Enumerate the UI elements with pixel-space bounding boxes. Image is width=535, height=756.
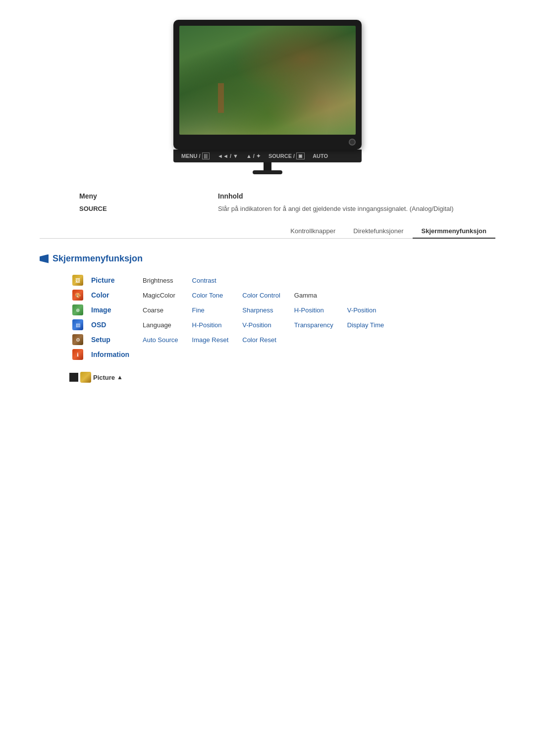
volume-nav-button[interactable]: ◄◄ / ▼ xyxy=(217,153,238,159)
source-button[interactable]: SOURCE / ▣ xyxy=(268,152,305,159)
skjerm-section: Skjermmenyfunksjon 🖼 Picture Brightness … xyxy=(40,253,495,362)
table-header-menu: Meny xyxy=(40,189,119,203)
magiccolor-link[interactable]: MagicColor xyxy=(143,292,175,299)
source-icon: ▣ xyxy=(296,152,305,159)
skjerm-title-text: Skjermmenyfunksjon xyxy=(53,253,143,264)
picture-icon: 🖼 xyxy=(72,275,83,286)
table-cell-menu: SOURCE xyxy=(40,203,119,214)
image-icon: ⊕ xyxy=(72,304,83,315)
transparency-link[interactable]: Transparency xyxy=(294,321,333,329)
auto-button[interactable]: AUTO xyxy=(313,153,328,159)
picture-breadcrumb: Picture ▲ xyxy=(69,372,495,383)
osd-icon: ▤ xyxy=(72,319,83,330)
menu-row-information: ℹ Information xyxy=(69,347,391,362)
menu-row-image: ⊕ Image Coarse Fine Sharpness H-Position xyxy=(69,302,391,317)
skjerm-title-icon xyxy=(40,254,49,263)
breadcrumb-nav-icon xyxy=(69,373,78,382)
breadcrumb-picture-icon xyxy=(80,372,91,383)
monitor-outer xyxy=(173,20,362,150)
colortone-link[interactable]: Color Tone xyxy=(192,292,223,299)
monitor-base xyxy=(253,170,282,174)
hposition-osd-link[interactable]: H-Position xyxy=(192,321,222,329)
monitor-stand-neck xyxy=(264,162,271,170)
image-label[interactable]: Image xyxy=(91,306,111,314)
contrast-link[interactable]: Contrast xyxy=(192,277,216,284)
information-icon: ℹ xyxy=(72,349,83,360)
displaytime-link[interactable]: Display Time xyxy=(347,321,384,329)
brightness-link[interactable]: Brightness xyxy=(143,277,173,284)
vposition-osd-link[interactable]: V-Position xyxy=(242,321,271,329)
menu-label: MENU / xyxy=(181,153,201,159)
color-label[interactable]: Color xyxy=(91,291,109,299)
imagereset-link[interactable]: Image Reset xyxy=(192,336,229,344)
breadcrumb-picture-label: Picture xyxy=(93,374,115,381)
setup-icon: ⚙ xyxy=(72,334,83,345)
gamma-link[interactable]: Gamma xyxy=(294,292,317,299)
page-wrapper: MENU / ||| ◄◄ / ▼ ▲ / ✦ SOURCE / ▣ AUTO … xyxy=(0,0,535,403)
menu-icon: ||| xyxy=(202,152,210,159)
menu-button[interactable]: MENU / ||| xyxy=(181,152,210,159)
monitor-screen xyxy=(179,26,356,135)
color-icon: 🎨 xyxy=(72,290,83,301)
monitor-section: MENU / ||| ◄◄ / ▼ ▲ / ✦ SOURCE / ▣ AUTO xyxy=(40,20,495,174)
skjerm-title: Skjermmenyfunksjon xyxy=(40,253,495,264)
tab-kontrollknapper[interactable]: Kontrollknapper xyxy=(281,224,344,239)
information-label[interactable]: Information xyxy=(91,351,129,358)
monitor-power-button[interactable] xyxy=(349,139,356,146)
source-table-section: Meny Innhold SOURCE Slår på indikatoren … xyxy=(40,189,495,214)
menu-row-osd: ▤ OSD Language H-Position V-Position Tra… xyxy=(69,317,391,332)
colorreset-link[interactable]: Color Reset xyxy=(242,336,276,344)
source-info-table: Meny Innhold SOURCE Slår på indikatoren … xyxy=(40,189,495,214)
colorcontrol-link[interactable]: Color Control xyxy=(242,292,280,299)
setup-label[interactable]: Setup xyxy=(91,336,110,344)
menu-row-color: 🎨 Color MagicColor Color Tone Color Cont… xyxy=(69,288,391,302)
menu-row-setup: ⚙ Setup Auto Source Image Reset Color Re… xyxy=(69,332,391,347)
table-row: SOURCE Slår på indikatoren for å angi de… xyxy=(40,203,495,214)
hposition-image-link[interactable]: H-Position xyxy=(294,306,324,314)
tab-navigation: Kontrollknapper Direktefunksjoner Skjerm… xyxy=(40,224,495,239)
skjerm-menu-table: 🖼 Picture Brightness Contrast 🎨 Color xyxy=(69,273,391,362)
vposition-image-link[interactable]: V-Position xyxy=(347,306,376,314)
picture-label[interactable]: Picture xyxy=(91,276,114,284)
coarse-link[interactable]: Coarse xyxy=(143,306,163,314)
osd-label[interactable]: OSD xyxy=(91,321,106,329)
menu-row-picture: 🖼 Picture Brightness Contrast xyxy=(69,273,391,288)
language-link[interactable]: Language xyxy=(143,321,171,329)
tab-skjermmenyfunksjon[interactable]: Skjermmenyfunksjon xyxy=(413,224,496,239)
table-cell-content: Slår på indikatoren for å angi det gjeld… xyxy=(119,203,495,214)
sharpness-link[interactable]: Sharpness xyxy=(242,306,273,314)
breadcrumb-arrow: ▲ xyxy=(117,374,123,381)
monitor-control-bar: MENU / ||| ◄◄ / ▼ ▲ / ✦ SOURCE / ▣ AUTO xyxy=(173,150,362,162)
fine-link[interactable]: Fine xyxy=(192,306,205,314)
brightness-nav-button[interactable]: ▲ / ✦ xyxy=(246,153,261,159)
table-header-content: Innhold xyxy=(119,189,495,203)
tab-direktefunksjoner[interactable]: Direktefunksjoner xyxy=(344,224,412,239)
autosource-link[interactable]: Auto Source xyxy=(143,336,178,344)
